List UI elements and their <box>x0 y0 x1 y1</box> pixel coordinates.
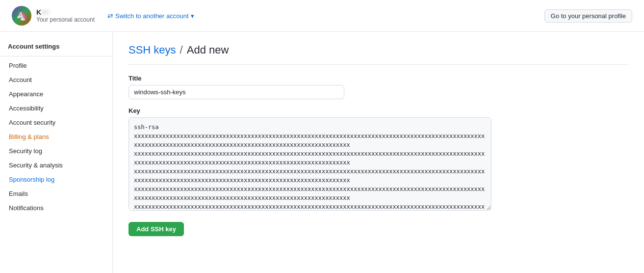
breadcrumb: SSH keys / Add new <box>129 44 628 65</box>
top-bar-left: 🦄 K···· Your personal account ⇄ Switch t… <box>12 6 194 26</box>
sidebar-heading: Account settings <box>0 40 112 54</box>
switch-account-link[interactable]: ⇄ Switch to another account ▾ <box>107 12 194 20</box>
key-textarea[interactable] <box>129 117 491 211</box>
title-group: Title <box>129 75 628 99</box>
username-text: K <box>36 8 41 16</box>
personal-account-label: Your personal account <box>36 16 95 23</box>
sidebar-item-account-security[interactable]: Account security <box>0 115 112 130</box>
sidebar-divider-top <box>0 56 112 56</box>
sidebar-item-account[interactable]: Account <box>0 73 112 87</box>
key-group: Key <box>129 107 628 212</box>
breadcrumb-ssh-keys-link[interactable]: SSH keys <box>129 44 176 56</box>
breadcrumb-separator: / <box>180 44 183 56</box>
switch-label: Switch to another account <box>115 12 189 20</box>
go-profile-button[interactable]: Go to your personal profile <box>544 9 632 23</box>
user-info: K···· Your personal account <box>36 8 95 23</box>
avatar: 🦄 <box>12 6 31 26</box>
switch-icon: ⇄ <box>107 12 113 20</box>
title-label: Title <box>129 75 628 82</box>
sidebar-item-accessibility[interactable]: Accessibility <box>0 101 112 115</box>
add-ssh-key-button[interactable]: Add SSH key <box>129 222 184 236</box>
sidebar-item-security-analysis[interactable]: Security & analysis <box>0 158 112 172</box>
sidebar: Account settings Profile Account Appeara… <box>0 32 113 273</box>
key-label: Key <box>129 107 628 114</box>
username: K···· <box>36 8 95 16</box>
main-content: SSH keys / Add new Title Key Add SSH key <box>113 32 644 273</box>
layout: Account settings Profile Account Appeara… <box>0 32 644 273</box>
title-input[interactable] <box>129 85 344 99</box>
sidebar-item-sponsorship-log[interactable]: Sponsorship log <box>0 172 112 187</box>
sidebar-item-notifications[interactable]: Notifications <box>0 201 112 215</box>
sidebar-item-security-log[interactable]: Security log <box>0 144 112 158</box>
top-bar: 🦄 K···· Your personal account ⇄ Switch t… <box>0 0 644 32</box>
chevron-down-icon: ▾ <box>191 12 194 20</box>
sidebar-item-profile[interactable]: Profile <box>0 58 112 73</box>
sidebar-item-billing-plans[interactable]: Billing & plans <box>0 130 112 144</box>
breadcrumb-current: Add new <box>187 44 229 56</box>
sidebar-item-emails[interactable]: Emails <box>0 187 112 201</box>
sidebar-item-appearance[interactable]: Appearance <box>0 87 112 101</box>
username-blurred: ···· <box>41 8 49 16</box>
